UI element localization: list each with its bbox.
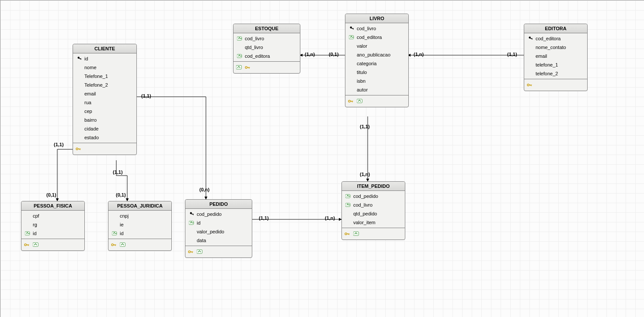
entity-estoque[interactable]: ESTOQUE cod_livroqtd_livrocod_editora (233, 24, 300, 74)
attribute-label: rg (33, 222, 37, 228)
attribute-label: Telefone_2 (84, 82, 108, 88)
attribute-row[interactable]: cod_pedido (342, 192, 405, 201)
svg-rect-18 (353, 29, 354, 30)
attribute-label: id (84, 56, 88, 62)
svg-point-52 (188, 251, 190, 253)
attribute-label: qtd_livro (245, 44, 263, 50)
attribute-row[interactable]: id (185, 218, 252, 227)
key-icon (245, 64, 251, 70)
entity-item-pedido[interactable]: ITEM_PEDIDO cod_pedidocod_livroqtd_pedid… (341, 181, 405, 240)
attribute-row[interactable]: valor_pedido (185, 227, 252, 236)
svg-rect-5 (80, 149, 80, 150)
entity-cliente[interactable]: CLIENTE idnomeTelefone_1Telefone_2emailr… (73, 44, 137, 155)
entity-title: PEDIDO (185, 200, 252, 209)
entity-livro[interactable]: LIVRO cod_livrocod_editoravalorano_publi… (345, 14, 409, 107)
blank-icon (189, 229, 195, 235)
svg-rect-23 (352, 102, 353, 102)
attribute-row[interactable]: Telefone_1 (73, 72, 136, 81)
attribute-row[interactable]: categoria (345, 59, 408, 68)
attribute-label: valor_pedido (197, 229, 224, 235)
attribute-row[interactable]: cod_editora (233, 52, 300, 60)
cardinality-label: (0,1) (45, 192, 57, 197)
svg-point-20 (352, 37, 353, 38)
blank-icon (77, 134, 83, 141)
key-icon (24, 242, 30, 248)
attribute-row[interactable]: estado (73, 133, 136, 142)
attribute-row[interactable]: cidade (73, 124, 136, 133)
attribute-row[interactable]: Telefone_2 (73, 81, 136, 89)
svg-rect-43 (113, 244, 116, 245)
key-icon (111, 242, 117, 248)
attr-list: cod_editoranome_contatoemailtelefone_1te… (524, 33, 587, 79)
attribute-row[interactable]: telefone_2 (524, 69, 587, 78)
svg-rect-6 (79, 149, 80, 150)
attribute-row[interactable]: cod_livro (233, 34, 300, 43)
blank-icon (528, 53, 534, 59)
attribute-row[interactable]: valor (345, 42, 408, 50)
attribute-row[interactable]: data (185, 236, 252, 245)
svg-point-60 (349, 204, 350, 205)
attribute-label: cod_pedido (353, 193, 378, 199)
entity-footer (342, 228, 405, 240)
diagram-canvas[interactable]: CLIENTE idnomeTelefone_1Telefone_2emailr… (0, 0, 644, 317)
entity-editora[interactable]: EDITORA cod_editoranome_contatoemailtele… (524, 24, 588, 91)
attribute-row[interactable]: bairro (73, 116, 136, 124)
attribute-row[interactable]: rg (21, 220, 84, 229)
foreign-key-icon (25, 230, 31, 236)
entity-title: LIVRO (345, 14, 408, 23)
key-icon (345, 231, 351, 237)
attribute-row[interactable]: cod_editora (345, 33, 408, 42)
table-icon (357, 98, 363, 104)
attribute-row[interactable]: isbn (345, 77, 408, 85)
blank-icon (77, 99, 83, 106)
foreign-key-icon (237, 35, 243, 42)
entity-footer (233, 61, 300, 73)
attribute-label: id (197, 220, 201, 226)
attribute-label: valor_item (353, 219, 376, 225)
attribute-row[interactable]: id (73, 54, 136, 63)
attribute-row[interactable]: titulo (345, 68, 408, 77)
entity-pedido[interactable]: PEDIDO cod_pedidoidvalor_pedidodata (185, 199, 252, 258)
attribute-row[interactable]: cod_editora (524, 34, 587, 43)
attribute-row[interactable]: cod_livro (342, 201, 405, 209)
entity-title: PESSOA_JURIDICA (108, 201, 171, 211)
attribute-row[interactable]: qtd_pedido (342, 209, 405, 218)
cardinality-label: (1,1) (258, 215, 270, 221)
attribute-row[interactable]: cpf (21, 211, 84, 220)
entity-pessoa-juridica[interactable]: PESSOA_JURIDICA cnpjieid (108, 201, 172, 251)
attribute-row[interactable]: qtd_livro (233, 43, 300, 52)
attribute-row[interactable]: ano_publicacao (345, 50, 408, 59)
attribute-row[interactable]: email (73, 89, 136, 98)
table-icon (197, 249, 203, 255)
foreign-key-icon (349, 34, 355, 40)
attribute-row[interactable]: email (524, 52, 587, 60)
svg-rect-32 (530, 85, 531, 86)
cardinality-label: (0,1) (328, 52, 340, 57)
svg-rect-4 (78, 148, 80, 149)
cardinality-label: (1,n) (304, 52, 316, 57)
key-icon (348, 98, 354, 104)
blank-icon (77, 126, 83, 132)
blank-icon (345, 211, 352, 217)
attribute-row[interactable]: nome_contato (524, 43, 587, 52)
svg-point-34 (28, 233, 29, 234)
attribute-row[interactable]: cod_pedido (185, 210, 252, 218)
attribute-label: nome (84, 64, 97, 70)
svg-rect-15 (248, 68, 249, 68)
attribute-row[interactable]: autor (345, 85, 408, 94)
blank-icon (237, 44, 243, 50)
attribute-row[interactable]: valor_item (342, 218, 405, 227)
attribute-row[interactable]: telefone_1 (524, 60, 587, 69)
cardinality-label: (1,n) (413, 52, 425, 57)
attribute-row[interactable]: cod_livro (345, 24, 408, 33)
attribute-row[interactable]: ie (108, 220, 171, 229)
attribute-row[interactable]: nome (73, 63, 136, 72)
attribute-row[interactable]: id (108, 229, 171, 238)
attribute-row[interactable]: id (21, 229, 84, 238)
entity-pessoa-fisica[interactable]: PESSOA_FISICA cpfrgid (21, 201, 85, 251)
blank-icon (345, 219, 352, 225)
attribute-row[interactable]: cnpj (108, 211, 171, 220)
svg-rect-48 (191, 214, 194, 215)
attribute-row[interactable]: cep (73, 107, 136, 116)
attribute-row[interactable]: rua (73, 98, 136, 107)
